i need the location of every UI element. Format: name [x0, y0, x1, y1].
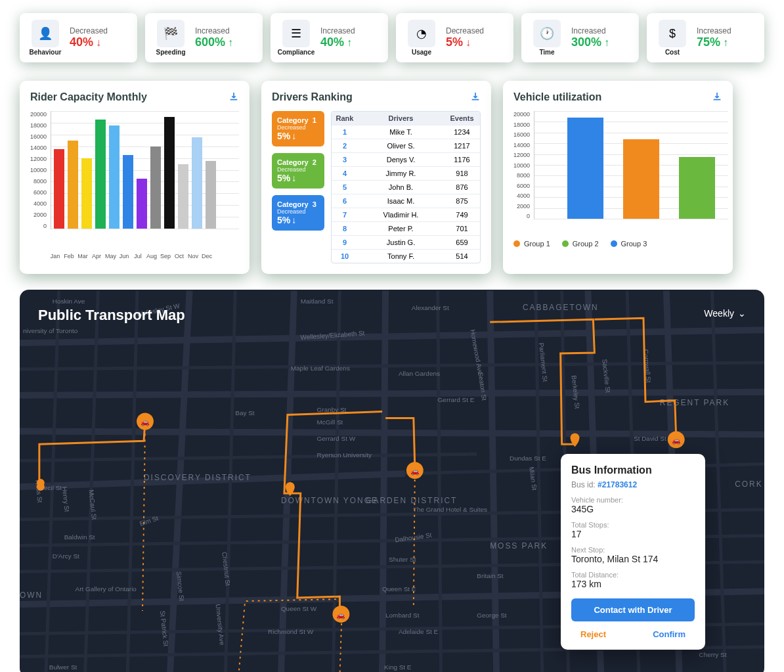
svg-text:George St: George St	[477, 612, 507, 619]
kpi-card-time[interactable]: 🕐 Time Increased 300% ↑	[521, 13, 639, 62]
panel-title: Rider Capacity Monthly	[30, 91, 239, 103]
bar-Mar[interactable]	[81, 158, 92, 229]
compliance-icon: ☰	[282, 20, 310, 47]
table-row[interactable]: 9 Justin G. 659	[332, 236, 480, 250]
svg-text:D'Arcy St: D'Arcy St	[53, 552, 79, 560]
panel-title: Vehicle utilization	[513, 91, 722, 103]
map-period-dropdown[interactable]: Weekly ⌄	[704, 308, 746, 319]
category-card-2[interactable]: Category 2 Decreased 5% ↓	[272, 153, 324, 189]
confirm-button[interactable]: Confirm	[653, 629, 686, 639]
bar-group-2[interactable]	[679, 157, 715, 219]
table-row[interactable]: 5 John B. 876	[332, 181, 480, 194]
vehicle-marker-icon[interactable]: 🚗	[332, 606, 349, 623]
table-header: Rank Drivers Events	[332, 112, 480, 125]
svg-text:Henry St: Henry St	[61, 486, 71, 512]
svg-text:Bay St: Bay St	[235, 409, 255, 416]
behaviour-icon: 👤	[32, 20, 59, 47]
bar-Feb[interactable]	[68, 141, 78, 229]
kpi-card-compliance[interactable]: ☰ Compliance Increased 40% ↑	[271, 13, 388, 62]
vehicle-marker-icon[interactable]: 🚗	[137, 413, 154, 430]
svg-line-28	[712, 291, 725, 672]
table-row[interactable]: 7 Vladimir H. 749	[332, 208, 480, 222]
kpi-label: Behaviour	[30, 49, 62, 56]
table-row[interactable]: 2 Oliver S. 1217	[332, 139, 480, 153]
svg-text:Gerrard St W: Gerrard St W	[317, 435, 356, 442]
vehicle-marker-icon[interactable]: 🚗	[406, 462, 424, 479]
kpi-value: 600% ↑	[195, 35, 233, 49]
legend-dot-icon	[611, 240, 617, 247]
arrow-down-icon: ↓	[292, 173, 296, 183]
usage-icon: ◔	[408, 20, 435, 47]
svg-text:Art Gallery of Ontario: Art Gallery of Ontario	[76, 585, 137, 593]
bus-id: Bus id: #21783612	[571, 480, 695, 489]
kpi-value: 5% ↓	[446, 35, 484, 49]
contact-driver-button[interactable]: Contact with Driver	[571, 598, 695, 621]
bar-Nov[interactable]	[192, 137, 202, 229]
svg-text:CABBAGETOWN: CABBAGETOWN	[523, 303, 599, 312]
legend-item[interactable]: Group 3	[611, 240, 647, 248]
drivers-ranking-panel: Drivers Ranking Category 1 Decreased 5% …	[261, 81, 491, 274]
bar-Jul[interactable]	[137, 179, 147, 229]
bar-group-3[interactable]	[567, 118, 603, 219]
arrow-up-icon: ↑	[228, 37, 233, 49]
svg-text:St Patrick St: St Patrick St	[159, 610, 170, 647]
bar-Oct[interactable]	[178, 164, 188, 229]
bar-group-1[interactable]	[623, 139, 659, 219]
legend-item[interactable]: Group 1	[513, 240, 550, 248]
arrow-up-icon: ↑	[723, 37, 728, 49]
svg-text:St David St: St David St	[634, 435, 666, 442]
category-card-3[interactable]: Category 3 Decreased 5% ↓	[272, 195, 324, 231]
kpi-label: Speeding	[156, 49, 185, 56]
arrow-up-icon: ↑	[347, 37, 352, 49]
bar-Jan[interactable]	[54, 149, 64, 229]
svg-text:Baldwin St: Baldwin St	[64, 533, 95, 541]
svg-line-24	[438, 291, 441, 672]
svg-text:Granby St: Granby St	[317, 406, 347, 413]
table-row[interactable]: 10 Tonny F. 514	[332, 250, 480, 263]
svg-text:🚗: 🚗	[410, 466, 420, 476]
rider-capacity-panel: Rider Capacity Monthly 20000180001600014…	[20, 81, 250, 274]
bar-Aug[interactable]	[150, 146, 161, 229]
total-stops: 17	[571, 529, 695, 539]
arrow-down-icon: ↓	[292, 131, 296, 141]
svg-text:Cherry St: Cherry St	[699, 651, 727, 658]
popup-title: Bus Information	[571, 464, 695, 476]
vehicle-marker-icon[interactable]: 🚗	[668, 431, 685, 448]
kpi-value: 300% ↑	[571, 35, 609, 49]
svg-line-0	[20, 330, 764, 343]
svg-text:The Grand Hotel & Suites: The Grand Hotel & Suites	[413, 506, 487, 513]
bar-Sep[interactable]	[164, 117, 175, 229]
bar-Dec[interactable]	[206, 161, 216, 229]
svg-text:🚗: 🚗	[672, 436, 681, 445]
category-card-1[interactable]: Category 1 Decreased 5% ↓	[272, 111, 324, 146]
kpi-trend: Increased	[195, 26, 233, 35]
svg-text:Parliament St: Parliament St	[538, 342, 549, 382]
reject-button[interactable]: Reject	[580, 629, 606, 639]
svg-text:DOWNTOWN YONGE: DOWNTOWN YONGE	[281, 496, 378, 505]
table-row[interactable]: 8 Peter P. 701	[332, 222, 480, 236]
map-pin-icon[interactable]	[37, 479, 45, 491]
kpi-card-speeding[interactable]: 🏁 Speeding Increased 600% ↑	[145, 13, 263, 62]
svg-text:Lombard St: Lombard St	[385, 612, 420, 619]
kpi-label: Cost	[665, 49, 680, 56]
table-row[interactable]: 6 Isaac M. 875	[332, 194, 480, 208]
kpi-card-cost[interactable]: $ Cost Increased 75% ↑	[647, 13, 764, 62]
kpi-card-behaviour[interactable]: 👤 Behaviour Decreased 40% ↓	[20, 13, 137, 62]
table-row[interactable]: 3 Denys V. 1176	[332, 153, 480, 167]
bar-May[interactable]	[109, 125, 120, 229]
svg-text:Gerrard St E: Gerrard St E	[438, 396, 475, 403]
panel-title: Drivers Ranking	[272, 91, 481, 103]
svg-text:Queen St E: Queen St E	[382, 585, 416, 593]
legend-item[interactable]: Group 2	[562, 240, 599, 248]
download-icon[interactable]	[229, 91, 239, 104]
table-row[interactable]: 1 Mike T. 1234	[332, 125, 480, 139]
table-row[interactable]: 4 Jimmy R. 918	[332, 167, 480, 181]
svg-line-12	[20, 454, 477, 460]
vehicle-utilization-panel: Vehicle utilization 20000180001600014000…	[503, 81, 733, 274]
bar-Apr[interactable]	[95, 120, 106, 229]
download-icon[interactable]	[712, 91, 722, 104]
bar-Jun[interactable]	[123, 155, 133, 229]
kpi-card-usage[interactable]: ◔ Usage Decreased 5% ↓	[396, 13, 513, 62]
download-icon[interactable]	[470, 91, 481, 104]
svg-text:CORK: CORK	[735, 480, 762, 489]
